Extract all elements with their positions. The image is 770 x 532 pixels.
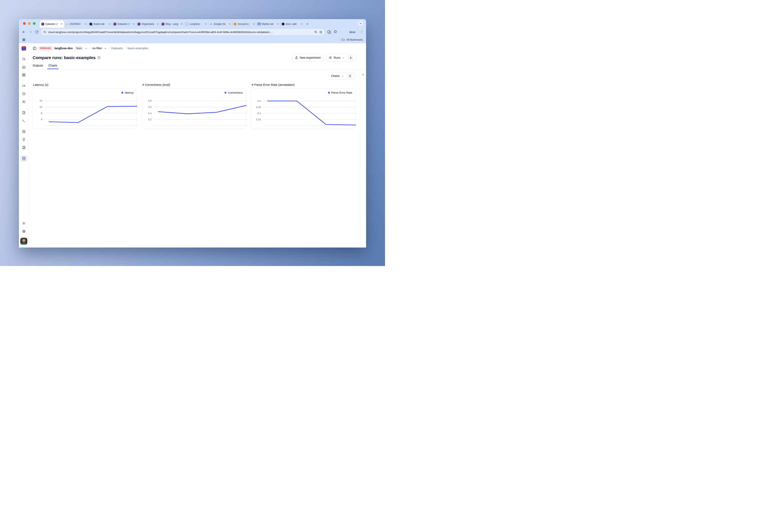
- project-chevron-down-icon[interactable]: [104, 47, 107, 50]
- tab-search-chevron-icon[interactable]: [358, 21, 363, 26]
- url-text[interactable]: cloud.langfuse.com/project/cmfwgv8fx002o…: [48, 31, 313, 34]
- settings-gear-icon[interactable]: [21, 220, 27, 227]
- profile-name: Work: [349, 31, 355, 34]
- colab-icon: ∞: [65, 23, 68, 25]
- browser-menu-icon[interactable]: [360, 30, 363, 34]
- collapse-panel-chevron-left-icon[interactable]: [362, 73, 365, 76]
- tracing-list-tree-icon[interactable]: [21, 83, 27, 89]
- tab-label: docs: add: [286, 23, 300, 25]
- legend-label: Correctness: [228, 91, 243, 94]
- app-sidebar: [19, 43, 29, 248]
- svg-text:0.3: 0.3: [258, 112, 261, 115]
- tab-outputs[interactable]: Outputs: [33, 64, 43, 69]
- org-chevron-down-icon[interactable]: [85, 47, 87, 50]
- annotation-clipboard-pen-icon[interactable]: [21, 144, 27, 151]
- browser-tab[interactable]: Blog - Lang ✕: [160, 20, 184, 28]
- tab-label: Google Ge: [214, 23, 228, 25]
- dashboard-icon[interactable]: [21, 72, 27, 78]
- breadcrumb-separator: /: [89, 46, 90, 50]
- tab-charts[interactable]: Charts: [48, 64, 57, 69]
- close-tab-icon[interactable]: ✕: [229, 23, 231, 25]
- prompts-file-code-icon[interactable]: [21, 109, 27, 116]
- close-tab-icon[interactable]: ✕: [301, 23, 303, 25]
- browser-tab[interactable]: Accounts | ✕: [232, 20, 256, 28]
- svg-text:0.6: 0.6: [258, 100, 261, 102]
- extensions-icon[interactable]: [334, 30, 337, 34]
- chart-legend: Parse Error Rate: [328, 91, 352, 94]
- close-window-button[interactable]: [23, 22, 26, 25]
- close-tab-icon[interactable]: ✕: [157, 23, 158, 25]
- chart-card: Correctness 0.20.40.60.8: [142, 88, 246, 129]
- forward-icon[interactable]: [28, 30, 32, 34]
- browser-tab[interactable]: ✦ Google Ge ✕: [208, 20, 232, 28]
- project-name[interactable]: no-filter: [92, 47, 102, 50]
- reload-icon[interactable]: [35, 30, 39, 34]
- browser-profile-button[interactable]: Work: [343, 29, 357, 35]
- users-icon[interactable]: [21, 99, 27, 105]
- close-tab-icon[interactable]: ✕: [181, 23, 182, 25]
- user-avatar[interactable]: [20, 238, 27, 245]
- langfuse-logo-icon[interactable]: [21, 46, 26, 51]
- privacy-badge-icon[interactable]: [327, 30, 331, 34]
- charts-area: Charts 3 Latency (s): [29, 69, 360, 248]
- close-tab-icon[interactable]: ✕: [109, 23, 110, 25]
- tab-label: Organizatio: [141, 23, 155, 25]
- sessions-clock-icon[interactable]: [21, 91, 27, 97]
- datasets-database-icon[interactable]: [21, 155, 27, 162]
- back-icon[interactable]: [22, 30, 26, 34]
- browser-tab[interactable]: Marlies we ✕: [256, 20, 280, 28]
- chart-block-latency: Latency (s) latency 481216: [33, 83, 137, 129]
- close-tab-icon[interactable]: ✕: [61, 23, 62, 25]
- close-tab-icon[interactable]: ✕: [253, 23, 255, 25]
- browser-tab[interactable]: 6 Langfuse - ✕: [184, 20, 208, 28]
- address-bar[interactable]: cloud.langfuse.com/project/cmfwgv8fx002o…: [41, 29, 325, 35]
- evaluation-percent-icon[interactable]: [21, 128, 27, 135]
- svg-text:0.45: 0.45: [256, 106, 261, 109]
- minimize-window-button[interactable]: [28, 22, 31, 25]
- breadcrumb-datasets-link[interactable]: Datasets: [111, 47, 123, 50]
- all-bookmarks-button[interactable]: All Bookmarks: [346, 38, 363, 41]
- legend-label: Parse Error Rate: [331, 91, 352, 94]
- organization-name[interactable]: langfuse-dev: [54, 47, 73, 50]
- browser-tab[interactable]: feat(io-tab ✕: [88, 20, 112, 28]
- zoom-icon[interactable]: [314, 30, 317, 34]
- browser-tabs: Datasets | l ✕ ∞ 20250923 ✕ feat(io-tab …: [40, 20, 304, 28]
- new-experiment-button[interactable]: New experiment: [292, 54, 323, 61]
- close-tab-icon[interactable]: ✕: [277, 23, 279, 25]
- browser-tab[interactable]: ∞ 20250923 ✕: [64, 20, 88, 28]
- tab-label: Blog - Lang: [165, 23, 179, 25]
- window-controls[interactable]: [23, 22, 36, 25]
- site-settings-icon[interactable]: [43, 30, 46, 34]
- apps-grid-icon[interactable]: [22, 38, 25, 41]
- chart-legend: Correctness: [225, 91, 243, 94]
- bookmark-star-icon[interactable]: [319, 30, 323, 34]
- close-tab-icon[interactable]: ✕: [85, 23, 86, 25]
- tab-label: Datasets | l: [45, 23, 59, 25]
- browser-tab[interactable]: Organizatio ✕: [136, 20, 160, 28]
- search-icon[interactable]: [21, 56, 27, 62]
- button-divider: [346, 56, 347, 60]
- browser-tab[interactable]: docs: add ✕: [280, 20, 304, 28]
- lightbulb-icon[interactable]: [21, 136, 27, 143]
- browser-tab-active[interactable]: Datasets | l ✕: [40, 20, 64, 28]
- chevron-down-icon: [342, 56, 345, 59]
- new-tab-button[interactable]: +: [306, 22, 308, 26]
- browser-tab[interactable]: Datasets | l ✕: [112, 20, 136, 28]
- runs-selector-button[interactable]: Runs 4: [326, 54, 356, 61]
- close-tab-icon[interactable]: ✕: [133, 23, 134, 25]
- close-tab-icon[interactable]: ✕: [205, 23, 207, 25]
- charts-selector-button[interactable]: Charts 3: [328, 72, 355, 80]
- google-calendar-icon: 6: [185, 23, 188, 25]
- support-lifebuoy-icon[interactable]: [21, 228, 27, 235]
- bookmarks-bar: All Bookmarks: [19, 36, 366, 43]
- sidebar-toggle-icon[interactable]: [33, 46, 37, 50]
- playground-terminal-icon[interactable]: [21, 117, 27, 124]
- environment-badge[interactable]: PROD-EU: [38, 46, 53, 50]
- breadcrumb-dataset-link[interactable]: basic-examples: [127, 47, 148, 50]
- info-icon[interactable]: [97, 56, 101, 59]
- home-icon[interactable]: [21, 64, 27, 70]
- tab-label: feat(io-tab: [93, 23, 107, 25]
- svg-text:0.15: 0.15: [256, 118, 261, 121]
- list-icon: [329, 56, 332, 59]
- maximize-window-button[interactable]: [33, 22, 36, 25]
